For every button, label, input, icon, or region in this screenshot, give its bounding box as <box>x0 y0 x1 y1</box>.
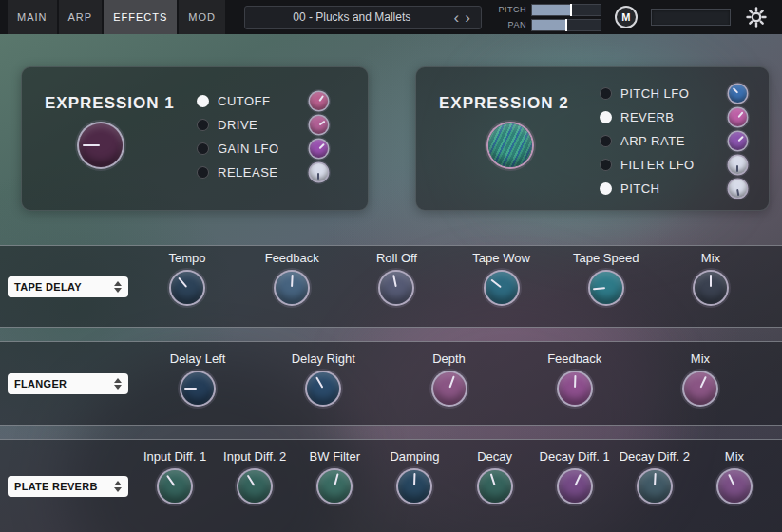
knob-label: Depth <box>432 352 466 365</box>
knob[interactable] <box>486 272 518 304</box>
knob[interactable] <box>590 272 622 304</box>
updown-icon <box>114 481 122 492</box>
tab-label: MOD <box>188 11 216 23</box>
expression1-panel: EXPRESSION 1 CUTOFF DRIVE GAIN LFO RELEA… <box>21 66 369 211</box>
effect-knob-cell: Decay Diff. 2 <box>615 440 695 532</box>
knob-label: Feedback <box>547 352 601 365</box>
radio-button[interactable] <box>600 111 612 124</box>
mono-button[interactable]: M <box>615 6 638 28</box>
effect-knob-cell: Tape Wow <box>449 246 554 327</box>
option-knob[interactable] <box>729 108 747 126</box>
knob[interactable] <box>695 272 727 304</box>
top-bar: MAIN ARP EFFECTS MOD 00 - Plucks and Mal… <box>0 0 782 34</box>
knob[interactable] <box>159 470 191 503</box>
knob-label: Delay Right <box>292 352 355 365</box>
pitch-slider-handle[interactable] <box>570 4 572 16</box>
knob[interactable] <box>433 372 466 405</box>
knob[interactable] <box>238 470 271 503</box>
knob[interactable] <box>276 272 308 304</box>
option-knob[interactable] <box>729 156 747 174</box>
radio-button[interactable] <box>600 182 612 195</box>
knob-label: Feedback <box>265 251 319 264</box>
effect-row-flanger: FLANGER Delay Left Delay Right Depth Fee… <box>0 341 782 426</box>
pitch-slider[interactable] <box>531 4 601 16</box>
knob-label: Decay <box>477 449 512 463</box>
knob-label: Decay Diff. 1 <box>540 449 610 463</box>
option-knob[interactable] <box>310 140 328 158</box>
flanger-selector[interactable]: FLANGER <box>8 373 128 394</box>
knob[interactable] <box>318 470 351 503</box>
tab-effects[interactable]: EFFECTS <box>104 0 177 34</box>
knob-label: Delay Left <box>170 352 226 365</box>
settings-gear-icon[interactable] <box>746 7 767 28</box>
effect-knob-cell: Feedback <box>239 246 344 327</box>
effect-selector-label: TAPE DELAY <box>14 281 114 293</box>
effect-knob-cell: Input Diff. 2 <box>215 440 295 532</box>
radio-button[interactable] <box>197 95 209 107</box>
tape-delay-selector[interactable]: TAPE DELAY <box>8 276 128 297</box>
radio-button[interactable] <box>197 166 209 179</box>
expression2-knob[interactable] <box>488 124 532 167</box>
tab-mod[interactable]: MOD <box>179 0 225 34</box>
effect-selector-wrap: TAPE DELAY <box>0 246 135 327</box>
effect-knob-cell: Roll Off <box>344 246 448 327</box>
knob[interactable] <box>171 272 203 304</box>
knob[interactable] <box>181 372 214 405</box>
effect-row-plate-reverb: PLATE REVERB Input Diff. 1 Input Diff. 2… <box>0 439 782 532</box>
expression-option: GAIN LFO <box>197 137 328 161</box>
knob[interactable] <box>307 372 339 405</box>
option-knob[interactable] <box>310 116 328 134</box>
knob[interactable] <box>479 470 511 503</box>
expression-option: CUTOFF <box>197 89 328 113</box>
effect-knob-cell: Decay Diff. 1 <box>535 440 615 532</box>
option-knob[interactable] <box>310 92 328 110</box>
effect-selector-wrap: PLATE REVERB <box>0 440 135 532</box>
tab-main[interactable]: MAIN <box>8 0 57 34</box>
tab-arp[interactable]: ARP <box>59 0 103 34</box>
option-knob[interactable] <box>729 180 747 198</box>
knob[interactable] <box>639 470 671 503</box>
knob[interactable] <box>380 272 412 304</box>
knob-label: Input Diff. 1 <box>143 449 206 463</box>
preset-next-icon[interactable]: › <box>462 10 473 26</box>
effect-selector-wrap: FLANGER <box>0 342 135 425</box>
expression-option: ARP RATE <box>600 129 747 153</box>
pitch-slider-fill <box>532 5 571 15</box>
effect-selector-label: PLATE REVERB <box>14 481 114 492</box>
flanger-knob-row: Delay Left Delay Right Depth Feedback Mi… <box>135 342 782 425</box>
radio-button[interactable] <box>197 142 209 155</box>
knob-label: Decay Diff. 2 <box>620 449 690 463</box>
tab-label: EFFECTS <box>113 11 167 23</box>
radio-button[interactable] <box>600 135 612 147</box>
option-label: GAIN LFO <box>218 142 301 156</box>
option-label: FILTER LFO <box>620 158 720 172</box>
knob[interactable] <box>559 470 591 503</box>
option-label: RELEASE <box>218 165 301 180</box>
pan-slider[interactable] <box>531 19 601 31</box>
expression-option: PITCH LFO <box>600 82 747 105</box>
expression-option: RELEASE <box>197 161 328 184</box>
option-knob[interactable] <box>729 132 747 150</box>
knob[interactable] <box>684 372 716 405</box>
knob[interactable] <box>398 470 430 503</box>
effect-knob-cell: Mix <box>695 440 774 532</box>
radio-button[interactable] <box>600 87 612 100</box>
expression-option: DRIVE <box>197 113 328 137</box>
preset-selector[interactable]: 00 - Plucks and Mallets ‹ › <box>244 6 482 29</box>
knob-label: Tempo <box>169 251 206 264</box>
knob[interactable] <box>559 372 591 405</box>
effect-knob-cell: Depth <box>386 342 511 425</box>
radio-button[interactable] <box>197 119 209 131</box>
expression1-knob[interactable] <box>79 124 123 167</box>
pan-slider-handle[interactable] <box>565 19 567 31</box>
expression2-title: EXPRESSION 2 <box>439 94 569 113</box>
preset-prev-icon[interactable]: ‹ <box>451 10 463 26</box>
knob-label: Mix <box>691 352 710 365</box>
option-label: ARP RATE <box>620 134 720 148</box>
option-knob[interactable] <box>729 85 747 103</box>
level-slider[interactable] <box>651 9 731 26</box>
radio-button[interactable] <box>600 159 612 171</box>
option-knob[interactable] <box>310 163 328 181</box>
plate-reverb-selector[interactable]: PLATE REVERB <box>8 476 128 497</box>
knob[interactable] <box>718 470 751 503</box>
